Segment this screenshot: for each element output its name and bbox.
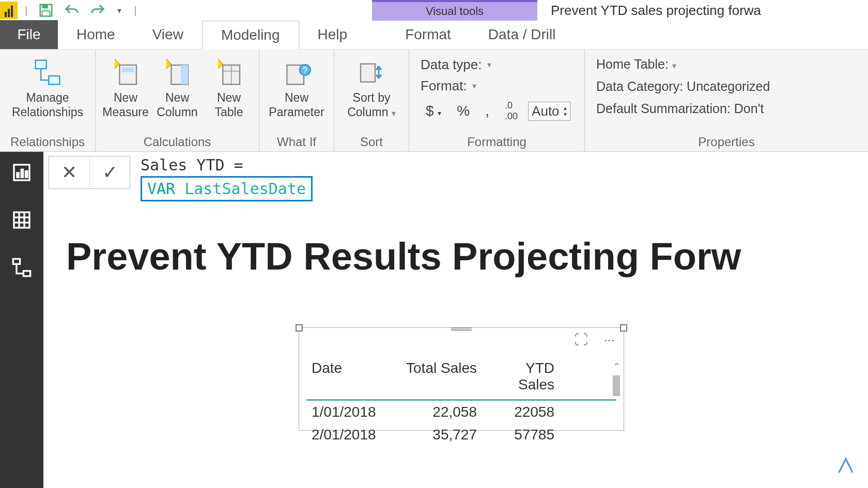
decimals-value: Auto xyxy=(532,103,560,119)
decimals-spinner[interactable]: Auto ▴▾ xyxy=(528,102,570,121)
var-name: LastSalesDate xyxy=(184,180,306,198)
formula-text[interactable]: Sales YTD = VAR LastSalesDate xyxy=(134,156,313,201)
new-column-button[interactable]: New Column xyxy=(153,54,201,119)
tab-view[interactable]: View xyxy=(134,20,202,49)
svg-rect-4 xyxy=(49,76,59,84)
group-label: Relationships xyxy=(10,135,85,149)
report-title: Prevent YTD Results Projecting Forw xyxy=(43,203,868,278)
tab-strip: File Home View Modeling Help Format Data… xyxy=(0,21,868,50)
left-nav xyxy=(0,152,43,488)
scroll-thumb[interactable] xyxy=(613,375,620,396)
svg-rect-26 xyxy=(23,271,30,276)
scrollbar[interactable]: ⌃ xyxy=(611,361,622,428)
ribbon: Manage Relationships Relationships New M… xyxy=(0,50,868,152)
new-measure-label: New Measure xyxy=(102,91,149,119)
data-table: Date Total Sales YTD Sales 1/01/2018 22,… xyxy=(306,357,616,446)
new-table-button[interactable]: New Table xyxy=(205,54,253,119)
group-label: Properties xyxy=(698,135,754,149)
report-canvas[interactable]: Prevent YTD Results Projecting Forw ⛶ ··… xyxy=(43,203,868,488)
commit-formula-button[interactable]: ✓ xyxy=(89,156,130,188)
tab-format[interactable]: Format xyxy=(386,20,470,49)
resize-handle[interactable] xyxy=(620,324,627,332)
tab-modeling[interactable]: Modeling xyxy=(202,21,299,50)
spinner-down-icon[interactable]: ▾ xyxy=(564,111,567,117)
col-ytd-sales[interactable]: YTD Sales xyxy=(482,357,560,396)
decimal-button[interactable]: .0.00 xyxy=(500,99,523,123)
column-icon xyxy=(161,56,194,89)
manage-relationships-label: Manage Relationships xyxy=(6,91,89,119)
parameter-icon: ? xyxy=(280,56,313,89)
model-view-button[interactable] xyxy=(8,254,35,281)
scroll-up-icon[interactable]: ⌃ xyxy=(611,361,622,372)
chevron-down-icon: ▾ xyxy=(392,109,396,118)
svg-rect-8 xyxy=(181,65,188,84)
group-label: Calculations xyxy=(144,135,211,149)
manage-relationships-button[interactable]: Manage Relationships xyxy=(6,54,89,119)
tab-file[interactable]: File xyxy=(0,20,58,49)
data-type-label: Data type: xyxy=(421,57,482,73)
sort-by-column-label: Sort by Column ▾ xyxy=(340,91,402,119)
resize-handle[interactable] xyxy=(296,324,303,332)
focus-mode-button[interactable]: ⛶ xyxy=(572,332,591,348)
group-properties: Home Table: ▾ Data Category: Uncategoriz… xyxy=(585,50,868,151)
more-options-button[interactable]: ··· xyxy=(600,332,618,348)
tab-data-drill[interactable]: Data / Drill xyxy=(470,20,575,49)
new-measure-button[interactable]: New Measure xyxy=(102,54,149,119)
undo-button[interactable] xyxy=(63,1,81,20)
report-view-button[interactable] xyxy=(8,159,35,186)
new-parameter-button[interactable]: ? New Parameter xyxy=(266,54,328,119)
document-title: Prevent YTD sales projecting forwa xyxy=(551,0,761,21)
col-date[interactable]: Date xyxy=(306,357,399,396)
save-button[interactable] xyxy=(37,1,55,20)
group-label: Formatting xyxy=(467,135,526,149)
cancel-formula-button[interactable]: ✕ xyxy=(49,156,89,188)
default-summarization-row[interactable]: Default Summarization: Don't xyxy=(596,101,857,116)
svg-rect-25 xyxy=(13,259,20,264)
quick-access-toolbar: | ▾ | xyxy=(23,1,138,20)
sort-by-column-button[interactable]: Sort by Column ▾ xyxy=(340,54,402,119)
tab-help[interactable]: Help xyxy=(299,20,366,49)
measure-icon xyxy=(109,56,142,89)
svg-rect-17 xyxy=(17,172,19,178)
drag-handle[interactable] xyxy=(451,327,472,332)
group-label: What If xyxy=(277,135,316,149)
svg-rect-15 xyxy=(361,64,375,82)
redo-button[interactable] xyxy=(88,1,107,20)
new-table-label: New Table xyxy=(205,91,253,119)
table-header: Date Total Sales YTD Sales xyxy=(306,357,616,401)
svg-rect-20 xyxy=(14,212,29,228)
new-column-label: New Column xyxy=(153,91,201,119)
svg-rect-6 xyxy=(122,68,134,72)
table-row: 1/01/2018 22,058 22058 xyxy=(306,401,616,423)
currency-button[interactable]: $ ▾ xyxy=(421,102,446,120)
format-dropdown[interactable]: ▾ xyxy=(472,81,476,91)
sort-icon xyxy=(355,56,388,89)
data-category-row[interactable]: Data Category: Uncategorized xyxy=(596,79,857,94)
svg-rect-18 xyxy=(21,169,23,178)
visual-header: ⛶ ··· xyxy=(572,332,618,348)
group-calculations: New Measure New Column New Table Calcula… xyxy=(96,50,259,151)
formula-buttons: ✕ ✓ xyxy=(49,156,130,189)
group-relationships: Manage Relationships Relationships xyxy=(0,50,96,151)
tab-home[interactable]: Home xyxy=(58,20,134,49)
title-bar: | ▾ | Visual tools Prevent YTD sales pro… xyxy=(0,0,868,21)
data-type-dropdown[interactable]: ▾ xyxy=(487,60,491,70)
new-parameter-label: New Parameter xyxy=(266,91,328,119)
data-view-button[interactable] xyxy=(8,207,35,233)
svg-text:?: ? xyxy=(303,66,307,75)
group-sort: Sort by Column ▾ Sort xyxy=(334,50,409,151)
comma-button[interactable]: , xyxy=(480,102,494,120)
col-total-sales[interactable]: Total Sales xyxy=(399,357,482,396)
var-keyword: VAR xyxy=(147,180,175,198)
group-formatting: Data type: ▾ Format: ▾ $ ▾ % , .0.00 Aut… xyxy=(409,50,585,151)
formula-bar: ✕ ✓ Sales YTD = VAR LastSalesDate xyxy=(43,152,868,206)
qat-customize-button[interactable]: ▾ xyxy=(114,1,125,20)
subscribe-badge xyxy=(833,453,859,479)
percent-button[interactable]: % xyxy=(452,102,475,120)
table-visual[interactable]: ⛶ ··· Date Total Sales YTD Sales 1/01/20… xyxy=(299,327,624,431)
home-table-row[interactable]: Home Table: ▾ xyxy=(596,57,857,72)
formula-highlight: VAR LastSalesDate xyxy=(141,176,313,201)
svg-rect-19 xyxy=(25,171,28,178)
table-icon xyxy=(212,56,245,89)
format-label: Format: xyxy=(421,78,467,94)
